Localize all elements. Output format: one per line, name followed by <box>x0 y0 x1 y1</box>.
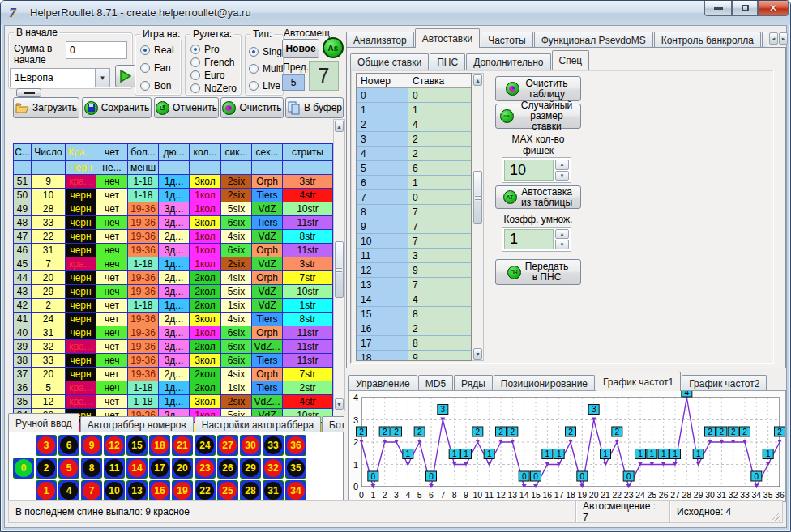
number-button-26[interactable]: 26 <box>217 458 238 479</box>
history-cell[interactable]: 1кол <box>190 189 221 202</box>
history-cell[interactable]: 24 <box>32 313 66 326</box>
history-cell[interactable]: 33 <box>32 216 66 230</box>
scroll-down-icon[interactable]: ▼ <box>335 398 344 410</box>
history-cell[interactable]: черн <box>66 202 96 216</box>
number-button-24[interactable]: 24 <box>195 435 216 456</box>
save-button[interactable]: Сохранить <box>82 97 152 118</box>
history-cell[interactable]: чет <box>96 340 128 354</box>
history-cell[interactable]: 3д... <box>159 326 190 340</box>
history-cell[interactable]: кра... <box>66 257 96 271</box>
close-button[interactable]: ✕ <box>758 1 789 16</box>
history-cell[interactable]: чет <box>96 395 128 409</box>
history-cell[interactable]: Tiers <box>252 216 283 230</box>
radio-circle-icon[interactable] <box>249 47 259 57</box>
history-cell[interactable]: неч <box>96 175 128 189</box>
history-cell[interactable]: чет <box>96 299 128 313</box>
radio-roulette-nozero[interactable]: NoZero <box>190 83 237 94</box>
bet-number-cell[interactable]: 10 <box>357 234 408 249</box>
history-cell[interactable]: 47 <box>14 230 32 244</box>
bet-number-cell[interactable]: 3 <box>357 132 408 147</box>
stepper-up-icon[interactable]: ▲ <box>555 229 569 239</box>
history-cell[interactable]: 19-36 <box>128 271 159 285</box>
number-button-14[interactable]: 14 <box>126 458 148 479</box>
history-cell[interactable]: 4six <box>221 271 252 285</box>
number-button-0[interactable]: 0 <box>13 458 34 479</box>
history-cell[interactable]: 7str <box>283 368 333 381</box>
tab-positioning[interactable]: Позиционирование <box>494 375 595 391</box>
history-cell[interactable]: VdZ <box>252 230 283 244</box>
history-cell[interactable]: 41 <box>14 313 32 326</box>
bet-number-cell[interactable]: 14 <box>357 292 408 307</box>
radio-roulette-french[interactable]: French <box>190 57 237 68</box>
history-cell[interactable]: 2д... <box>159 313 190 326</box>
radio-type-singl[interactable]: Singl <box>249 46 284 57</box>
tab-psevdoms[interactable]: Функционал PsevdoMS <box>534 32 653 48</box>
history-cell[interactable]: 19-36 <box>128 326 159 340</box>
history-cell[interactable]: Orph <box>252 368 283 381</box>
history-cell[interactable]: 3кол <box>190 313 221 326</box>
history-cell[interactable]: 3кол <box>190 216 221 230</box>
history-cell[interactable]: 11str <box>283 354 333 368</box>
history-cell[interactable]: 31 <box>32 326 66 340</box>
max-chips-value[interactable]: 10 <box>504 160 554 181</box>
history-cell[interactable]: 33 <box>32 354 66 368</box>
history-cell[interactable]: 39 <box>14 340 32 354</box>
start-sum-input[interactable] <box>66 41 127 59</box>
transfer-to-pns-button[interactable]: ПН Передать в ПНС <box>495 259 581 285</box>
history-cell[interactable]: Orph <box>252 271 283 285</box>
history-cell[interactable]: 11str <box>283 244 333 257</box>
history-cell[interactable]: неч <box>96 381 128 395</box>
history-cell[interactable]: 6six <box>221 244 252 257</box>
history-cell[interactable]: неч <box>96 216 128 230</box>
history-cell[interactable]: 3д... <box>159 216 190 230</box>
collapse-button[interactable] <box>16 88 41 97</box>
history-scrollbar[interactable]: ▲ ▼ <box>333 119 345 411</box>
history-cell[interactable]: неч <box>96 354 128 368</box>
bet-number-cell[interactable]: 1 <box>357 103 408 117</box>
radio-circle-icon[interactable] <box>140 45 150 55</box>
bet-stake-cell[interactable]: 8 <box>408 307 472 321</box>
history-cell[interactable]: неч <box>96 244 128 257</box>
history-cell[interactable]: чет <box>96 189 128 202</box>
resize-grip[interactable] <box>771 511 780 521</box>
history-cell[interactable]: 1д... <box>159 299 190 313</box>
radio-roulette-pro[interactable]: Pro <box>190 44 237 55</box>
new-button[interactable]: Новое <box>282 39 319 58</box>
bet-number-cell[interactable]: 4 <box>357 147 408 161</box>
history-cell[interactable]: 1кол <box>190 257 221 271</box>
tab-additional[interactable]: Дополнительно <box>466 53 550 70</box>
history-cell[interactable]: чет <box>96 202 128 216</box>
history-cell[interactable]: 44 <box>14 271 32 285</box>
history-cell[interactable]: чет <box>96 271 128 285</box>
history-cell[interactable]: 19-36 <box>128 313 159 326</box>
bet-number-cell[interactable]: 9 <box>357 219 408 234</box>
history-cell[interactable]: 2д... <box>159 271 190 285</box>
number-button-5[interactable]: 5 <box>58 458 79 479</box>
tabs-scroll-right-icon[interactable]: ▸ <box>779 32 788 45</box>
clear-bet-table-button[interactable]: Очистить таблицу <box>495 76 581 101</box>
history-cell[interactable]: Orph <box>252 175 283 189</box>
tab-control[interactable]: Управление <box>348 375 417 391</box>
bet-stake-cell[interactable]: 4 <box>408 117 472 132</box>
number-button-17[interactable]: 17 <box>149 458 170 479</box>
history-cell[interactable]: 3str <box>283 257 333 271</box>
history-cell[interactable]: 7 <box>32 257 66 271</box>
autobet-from-table-button[interactable]: АТ Автоставка из таблицы <box>495 185 581 209</box>
history-cell[interactable]: 19-36 <box>128 244 159 257</box>
number-button-7[interactable]: 7 <box>81 480 102 501</box>
history-cell[interactable]: 1д... <box>159 395 190 409</box>
history-cell[interactable]: 1д... <box>159 189 190 202</box>
history-cell[interactable]: 19-36 <box>128 285 159 299</box>
bet-stake-cell[interactable]: 9 <box>408 263 472 278</box>
history-cell[interactable]: 19-36 <box>128 368 159 381</box>
history-cell[interactable]: VdZ <box>252 257 283 271</box>
number-button-15[interactable]: 15 <box>126 435 148 456</box>
tab-autograbber[interactable]: Автограббер номеров <box>80 416 194 432</box>
history-cell[interactable]: 6six <box>221 326 252 340</box>
history-cell[interactable]: Tiers <box>252 354 283 368</box>
number-button-4[interactable]: 4 <box>58 480 79 501</box>
history-cell[interactable]: черн <box>66 244 96 257</box>
history-cell[interactable]: Tiers <box>252 381 283 395</box>
history-cell[interactable]: 43 <box>14 285 32 299</box>
history-cell[interactable]: черн <box>66 271 96 285</box>
